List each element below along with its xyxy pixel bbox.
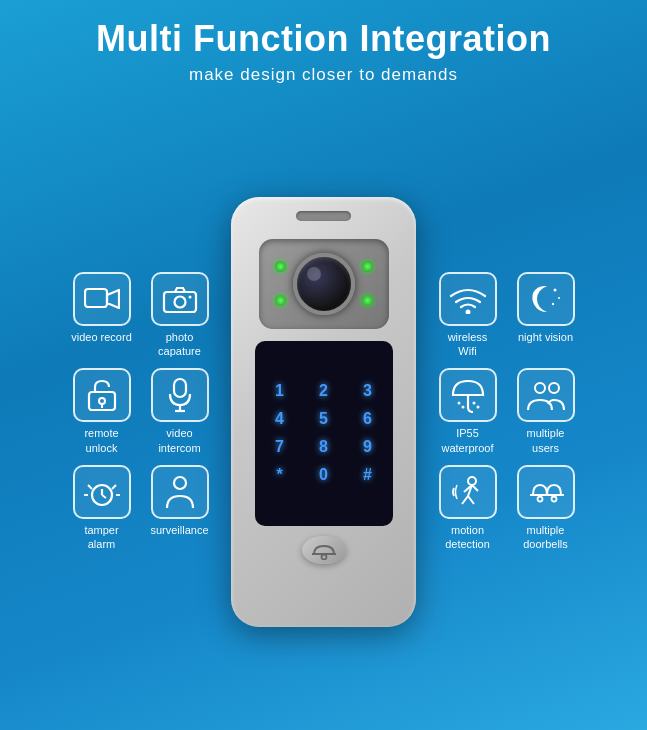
features-left: video record photocapature: [59, 272, 214, 552]
feature-video-record: video record: [68, 272, 136, 359]
key-9: 9: [357, 436, 379, 458]
key-1: 1: [269, 380, 291, 402]
feature-motion-detection: motiondetection: [434, 465, 502, 552]
svg-point-29: [476, 406, 479, 409]
moon-icon: [529, 282, 563, 316]
svg-point-39: [537, 496, 542, 501]
tamper-alarm-icon-box: [73, 465, 131, 519]
multiple-users-label: multipleusers: [527, 426, 565, 455]
alarm-icon: [82, 475, 122, 509]
feature-remote-unlock: remoteunlock: [68, 368, 136, 455]
svg-point-27: [461, 406, 464, 409]
ir-dot-left2: [275, 295, 286, 306]
video-intercom-icon-box: [151, 368, 209, 422]
doorbells-icon: [525, 475, 567, 509]
svg-point-18: [174, 477, 186, 489]
camera-area: [259, 239, 389, 329]
ip55-waterproof-label: IP55waterproof: [442, 426, 494, 455]
svg-point-30: [535, 383, 545, 393]
page-container: Multi Function Integration make design c…: [0, 0, 647, 730]
features-right: wirelessWifi night vision: [434, 272, 589, 552]
key-6: 6: [357, 408, 379, 430]
multiple-doorbells-label: multipledoorbells: [523, 523, 568, 552]
device: 1 2 3 4 5 6 7 8 9 *: [231, 197, 416, 627]
feature-photo-capture: photocapature: [146, 272, 214, 359]
feature-multiple-doorbells: multipledoorbells: [512, 465, 580, 552]
keypad-row-4: * 0 #: [269, 464, 379, 486]
ip55-waterproof-icon-box: [439, 368, 497, 422]
svg-point-24: [551, 303, 553, 305]
svg-line-37: [472, 485, 478, 491]
feature-row-left-3: tamperalarm surveillance: [68, 465, 214, 552]
key-hash: #: [357, 464, 379, 486]
svg-line-15: [112, 485, 116, 489]
feature-row-right-1: wirelessWifi night vision: [434, 272, 580, 359]
video-record-icon-box: [73, 272, 131, 326]
bell-icon: [310, 540, 338, 560]
svg-point-22: [553, 288, 556, 291]
wireless-wifi-icon-box: [439, 272, 497, 326]
device-speaker: [296, 211, 351, 221]
key-5: 5: [313, 408, 335, 430]
surveillance-label: surveillance: [150, 523, 208, 537]
mic-icon: [166, 377, 194, 413]
content-area: video record photocapature: [20, 103, 627, 720]
feature-night-vision: night vision: [512, 272, 580, 359]
video-record-label: video record: [71, 330, 132, 344]
svg-point-26: [457, 402, 460, 405]
remote-unlock-label: remoteunlock: [84, 426, 118, 455]
camera-lens: [293, 253, 355, 315]
camera-icon: [162, 284, 198, 314]
wireless-wifi-label: wirelessWifi: [448, 330, 488, 359]
key-0: 0: [313, 464, 335, 486]
svg-point-23: [558, 297, 560, 299]
ir-dot-left1: [275, 261, 286, 272]
keypad-row-1: 1 2 3: [269, 380, 379, 402]
svg-point-28: [472, 402, 475, 405]
svg-rect-8: [174, 379, 186, 397]
key-4: 4: [269, 408, 291, 430]
key-8: 8: [313, 436, 335, 458]
keypad-row-3: 7 8 9: [269, 436, 379, 458]
tamper-alarm-label: tamperalarm: [84, 523, 118, 552]
wifi-icon: [449, 284, 487, 314]
device-bell: [302, 536, 346, 564]
users-icon: [526, 378, 566, 412]
feature-row-right-3: motiondetection: [434, 465, 580, 552]
svg-marker-1: [107, 290, 119, 308]
feature-row-left-2: remoteunlock videointercom: [68, 368, 214, 455]
key-star: *: [269, 464, 291, 486]
keypad-row-2: 4 5 6: [269, 408, 379, 430]
ir-dot-right1: [362, 261, 373, 272]
key-2: 2: [313, 380, 335, 402]
photo-capture-icon-box: [151, 272, 209, 326]
video-icon: [84, 285, 120, 313]
svg-point-32: [468, 477, 476, 485]
motion-detection-label: motiondetection: [445, 523, 490, 552]
svg-point-31: [549, 383, 559, 393]
svg-point-6: [99, 398, 105, 404]
svg-line-13: [102, 495, 106, 498]
lock-icon: [87, 378, 117, 412]
svg-point-41: [551, 496, 556, 501]
motion-detection-icon-box: [439, 465, 497, 519]
device-wrapper: 1 2 3 4 5 6 7 8 9 *: [214, 197, 434, 627]
feature-row-left-1: video record photocapature: [68, 272, 214, 359]
keypad: 1 2 3 4 5 6 7 8 9 *: [255, 341, 393, 526]
feature-surveillance: surveillance: [146, 465, 214, 552]
multiple-doorbells-icon-box: [517, 465, 575, 519]
feature-wireless-wifi: wirelessWifi: [434, 272, 502, 359]
svg-point-21: [465, 309, 470, 314]
feature-row-right-2: IP55waterproof multipleusers: [434, 368, 580, 455]
motion-icon: [450, 474, 486, 510]
svg-line-14: [88, 485, 92, 489]
svg-line-34: [462, 496, 468, 504]
feature-tamper-alarm: tamperalarm: [68, 465, 136, 552]
key-7: 7: [269, 436, 291, 458]
photo-capture-label: photocapature: [158, 330, 201, 359]
video-intercom-label: videointercom: [158, 426, 200, 455]
night-vision-icon-box: [517, 272, 575, 326]
ir-dot-right2: [362, 295, 373, 306]
svg-line-35: [468, 496, 474, 504]
person-icon: [163, 474, 197, 510]
